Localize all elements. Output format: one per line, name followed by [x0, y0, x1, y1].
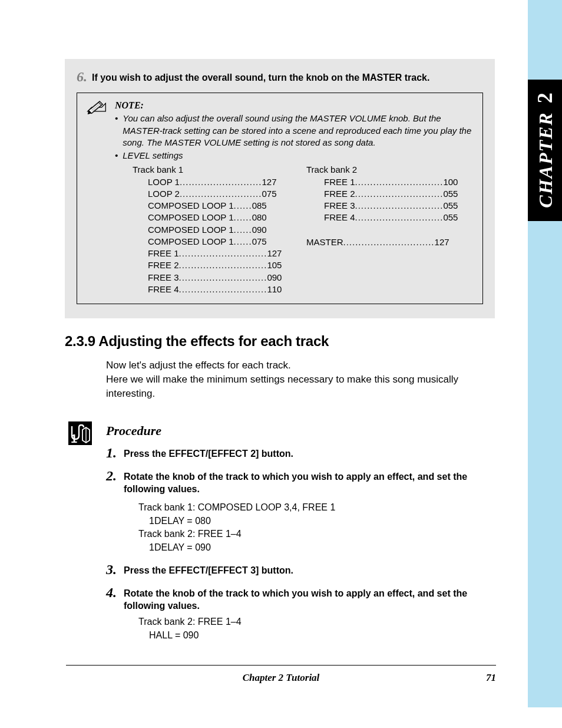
footer-center: Chapter 2 Tutorial — [66, 672, 496, 684]
level-value: 090 — [267, 272, 282, 284]
level-dots: .............................. — [343, 236, 435, 248]
level-value: 090 — [252, 224, 267, 236]
level-label: FREE 2 — [148, 259, 179, 271]
section-p2: Here we will make the minimum settings n… — [106, 373, 495, 401]
note-bullet-2: LEVEL settings — [123, 150, 183, 162]
step-number-2: 2. — [106, 469, 119, 496]
level-label: COMPOSED LOOP 1 — [148, 224, 234, 236]
level-dots: ...... — [234, 212, 252, 223]
level-dots: ............................. — [355, 200, 444, 212]
level-dots: ............................. — [355, 188, 444, 200]
step2-line1: Track bank 1: COMPOSED LOOP 3,4, FREE 1 — [138, 501, 495, 514]
page-footer: Chapter 2 Tutorial 71 — [66, 672, 496, 684]
level-dots: ............................. — [179, 248, 267, 259]
step-number-1: 1. — [106, 446, 119, 460]
chapter-word: CHAPTER — [535, 111, 557, 207]
level-label: FREE 3 — [324, 200, 355, 212]
step-1-text: Press the EFFECT/[EFFECT 2] button. — [124, 446, 495, 460]
level-value: 105 — [267, 259, 282, 271]
level-dots: ............................. — [355, 176, 444, 188]
bank2-header: Track bank 2 — [306, 164, 474, 176]
level-label: FREE 1 — [324, 176, 355, 188]
level-label: FREE 1 — [148, 248, 179, 259]
level-settings-list: Track bank 1 LOOP 1 ....................… — [115, 164, 474, 295]
procedure-icon: 1 — [68, 421, 92, 447]
level-value: 055 — [443, 188, 458, 200]
step2-line2: 1DELAY = 080 — [149, 515, 495, 528]
section-body: Now let's adjust the effects for each tr… — [106, 358, 495, 400]
note-title: NOTE: — [115, 99, 474, 112]
pencil-icon — [85, 99, 108, 295]
level-dots: ...... — [234, 236, 252, 248]
step2-line4: 1DELAY = 090 — [149, 541, 495, 554]
step4-line2: HALL = 090 — [149, 629, 495, 642]
level-value: 075 — [252, 236, 267, 248]
step6-gray-panel: 6. If you wish to adjust the overall sou… — [65, 59, 495, 318]
level-value: 127 — [262, 176, 276, 188]
svg-text:1: 1 — [71, 432, 77, 445]
level-dots: ............................. — [179, 259, 267, 271]
footer-rule — [66, 665, 496, 666]
level-value: 127 — [267, 248, 282, 259]
level-value: 127 — [435, 236, 449, 248]
level-dots: ............................. — [179, 272, 267, 284]
level-dots: ...... — [234, 224, 252, 236]
level-dots: ............................. — [355, 212, 444, 223]
step4-line1: Track bank 2: FREE 1–4 — [138, 615, 495, 628]
level-label: COMPOSED LOOP 1 — [148, 200, 234, 212]
chapter-tab: CHAPTER 2 — [528, 80, 562, 221]
level-label: COMPOSED LOOP 1 — [148, 212, 234, 223]
level-value: 055 — [443, 212, 458, 223]
step-3-text: Press the EFFECT/[EFFECT 3] button. — [124, 562, 495, 577]
step-number-6: 6. — [77, 70, 87, 84]
level-dots: ...... — [234, 200, 252, 212]
bank1-header: Track bank 1 — [133, 164, 283, 176]
step-number-3: 3. — [106, 562, 119, 577]
level-dots: ........................... — [180, 188, 262, 200]
level-dots: ........................... — [180, 176, 262, 188]
level-label: FREE 2 — [324, 188, 355, 200]
bullet-dot: • — [115, 113, 118, 149]
level-value: 110 — [267, 284, 282, 295]
section-heading: 2.3.9 Adjusting the effects for each tra… — [65, 333, 329, 350]
note-bullet-1: You can also adjust the overall sound us… — [123, 113, 474, 149]
level-value: 075 — [262, 188, 276, 200]
level-label: MASTER — [306, 236, 343, 248]
level-value: 080 — [252, 212, 267, 223]
level-dots: ............................. — [179, 284, 267, 295]
step-number-4: 4. — [106, 585, 119, 612]
step-2-text: Rotate the knob of the track to which yo… — [124, 469, 495, 496]
level-value: 085 — [252, 200, 267, 212]
procedure-steps: 1. Press the EFFECT/[EFFECT 2] button. 2… — [106, 446, 495, 650]
level-label: COMPOSED LOOP 1 — [148, 236, 234, 248]
section-p1: Now let's adjust the effects for each tr… — [106, 358, 495, 373]
level-label: FREE 3 — [148, 272, 179, 284]
chapter-number: 2 — [533, 93, 557, 103]
level-label: LOOP 2 — [148, 188, 180, 200]
bullet-dot: • — [115, 150, 118, 162]
level-label: LOOP 1 — [148, 176, 180, 188]
step-4-text: Rotate the knob of the track to which yo… — [124, 585, 495, 612]
note-box: NOTE: • You can also adjust the overall … — [77, 93, 483, 304]
procedure-heading: Procedure — [106, 423, 161, 439]
level-label: FREE 4 — [324, 212, 355, 223]
level-value: 055 — [443, 200, 458, 212]
step2-line3: Track bank 2: FREE 1–4 — [138, 528, 495, 541]
level-value: 100 — [443, 176, 458, 188]
step-6-text: If you wish to adjust the overall sound,… — [92, 70, 429, 84]
level-label: FREE 4 — [148, 284, 179, 295]
